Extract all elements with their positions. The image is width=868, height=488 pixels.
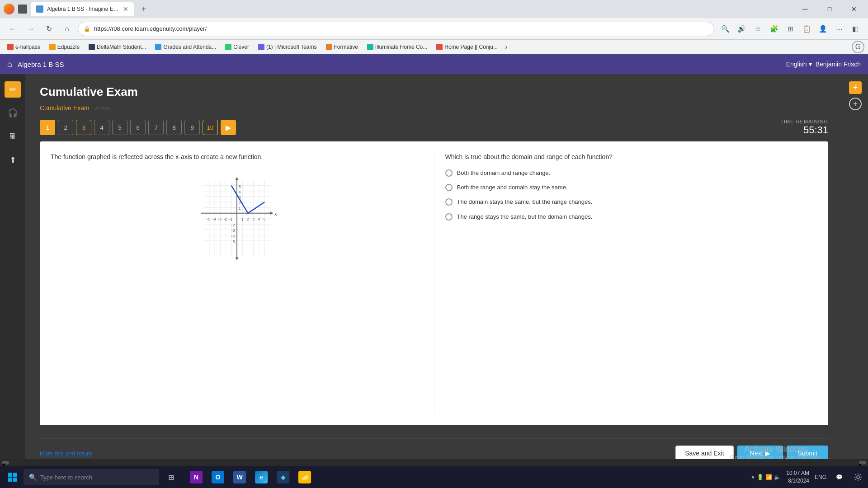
minimize-button[interactable]: ─ xyxy=(795,2,816,16)
extensions-icon[interactable]: 🧩 xyxy=(767,22,781,36)
svg-text:-5: -5 xyxy=(207,217,211,221)
svg-text:1: 1 xyxy=(241,217,244,221)
address-bar[interactable]: 🔒 https://r08.core.learn.edgenuity.com/p… xyxy=(78,22,714,36)
calculator-icon[interactable]: 🖩 xyxy=(5,128,21,145)
question-btn-10[interactable]: 10 xyxy=(203,120,218,135)
taskbar-search[interactable]: 🔍 Type here to search xyxy=(24,469,159,485)
favorites-icon[interactable]: ☆ xyxy=(750,22,765,36)
refresh-button[interactable]: ↻ xyxy=(42,22,56,36)
plus-orange-button[interactable]: + xyxy=(849,81,862,94)
svg-text:-3: -3 xyxy=(231,228,235,233)
scroll-left-btn[interactable]: ◂ xyxy=(2,461,9,465)
split-screen-icon[interactable]: ⊞ xyxy=(783,22,797,36)
option-d[interactable]: The range stays the same, but the domain… xyxy=(445,213,818,221)
question-btn-6[interactable]: 6 xyxy=(130,120,146,135)
activate-windows-watermark: Activate Windows Go to Settings to activ… xyxy=(730,445,823,461)
option-c-label: The domain stays the same, but the range… xyxy=(457,198,593,206)
next-question-arrow[interactable]: ▶ xyxy=(221,120,236,135)
question-btn-3[interactable]: 3 xyxy=(76,120,91,135)
chevron-icon[interactable]: ∧ xyxy=(751,474,755,480)
pencil-icon[interactable]: ✏ xyxy=(5,81,21,98)
bookmark-icon xyxy=(49,44,56,50)
profile-icon[interactable]: 👤 xyxy=(816,22,830,36)
taskbar-word[interactable]: W xyxy=(230,467,250,487)
headphone-icon[interactable]: 🎧 xyxy=(5,105,21,121)
bookmark-clever[interactable]: Clever xyxy=(222,43,253,51)
left-sidebar: ✏ 🎧 🖩 ⬆ xyxy=(0,74,25,472)
save-exit-button[interactable]: Save and Exit xyxy=(675,446,733,461)
settings-icon[interactable] xyxy=(852,471,864,483)
start-button[interactable] xyxy=(4,468,22,486)
bookmark-formative[interactable]: Formative xyxy=(322,43,362,51)
forward-button[interactable]: → xyxy=(24,22,38,36)
option-b[interactable]: Both the range and domain stay the same. xyxy=(445,183,818,192)
question-btn-2[interactable]: 2 xyxy=(58,120,73,135)
search-icon[interactable]: 🔍 xyxy=(718,22,732,36)
task-view-button[interactable]: ⊞ xyxy=(161,467,181,487)
tab-close-button[interactable]: ✕ xyxy=(123,5,128,13)
option-c[interactable]: The domain stays the same, but the range… xyxy=(445,198,818,206)
horizontal-scrollbar[interactable]: ◂ ▸ xyxy=(0,459,868,466)
bookmark-edpuzzle[interactable]: Edpuzzle xyxy=(46,43,83,51)
taskbar-onenote[interactable]: N xyxy=(186,467,206,487)
lock-icon: 🔒 xyxy=(84,26,90,32)
bookmark-ehallpass[interactable]: e-hallpass xyxy=(4,43,44,51)
svg-rect-47 xyxy=(8,473,12,477)
option-a[interactable]: Both the domain and range change. xyxy=(445,169,818,177)
app-header: ⌂ Algebra 1 B SS English ▾ Benjamin Fris… xyxy=(0,54,868,74)
radio-d[interactable] xyxy=(445,213,453,221)
bookmark-icon xyxy=(258,44,264,50)
back-button[interactable]: ← xyxy=(5,22,20,36)
question-left: The function graphed is reflected across… xyxy=(51,152,423,414)
language-indicator: ENG xyxy=(815,474,826,480)
read-aloud-icon[interactable]: 🔊 xyxy=(734,22,749,36)
svg-text:1: 1 xyxy=(238,206,241,211)
taskbar-outlook[interactable]: O xyxy=(208,467,228,487)
battery-icon[interactable]: 🔋 xyxy=(757,474,764,480)
maximize-button[interactable]: □ xyxy=(819,2,840,16)
menu-icon[interactable]: ⋯ xyxy=(832,22,846,36)
bookmark-grades[interactable]: Grades and Attenda... xyxy=(151,43,220,51)
volume-icon[interactable]: 🔈 xyxy=(774,474,781,480)
bookmark-deltamath[interactable]: DeltaMath Student... xyxy=(85,43,150,51)
notification-button[interactable]: 💬 xyxy=(832,470,846,484)
taskbar-edge[interactable]: e xyxy=(251,467,271,487)
radio-c[interactable] xyxy=(445,198,453,206)
collections-icon[interactable]: 📋 xyxy=(799,22,814,36)
bookmark-illuminate[interactable]: Illuminate Home Co... xyxy=(363,43,431,51)
chevron-down-icon: ▾ xyxy=(809,61,812,68)
copilot-button[interactable]: G xyxy=(852,41,864,53)
url-text: https://r08.core.learn.edgenuity.com/pla… xyxy=(94,25,207,32)
clock-date: 8/1/2024 xyxy=(786,477,809,485)
taskbar-unknown1[interactable]: ◆ xyxy=(273,467,293,487)
question-btn-9[interactable]: 9 xyxy=(184,120,200,135)
question-btn-8[interactable]: 8 xyxy=(166,120,182,135)
network-icon[interactable]: 📶 xyxy=(765,474,772,480)
radio-a[interactable] xyxy=(445,169,453,177)
plus-outline-button[interactable]: + xyxy=(849,98,862,110)
language-selector[interactable]: English ▾ xyxy=(786,61,812,68)
taskbar-apps: N O W e ◆ 📁 xyxy=(186,467,315,487)
question-divider xyxy=(434,152,434,414)
question-btn-4[interactable]: 4 xyxy=(94,120,109,135)
question-btn-1[interactable]: 1 xyxy=(40,120,55,135)
upload-icon[interactable]: ⬆ xyxy=(5,152,21,168)
scroll-right-btn[interactable]: ▸ xyxy=(859,461,866,465)
home-button[interactable]: ⌂ xyxy=(60,22,74,36)
question-btn-7[interactable]: 7 xyxy=(148,120,164,135)
bookmarks-more-button[interactable]: › xyxy=(505,43,507,51)
close-button[interactable]: ✕ xyxy=(844,2,864,16)
bookmark-homepage[interactable]: Home Page || Conju... xyxy=(433,43,501,51)
bookmark-teams[interactable]: (1) | Microsoft Teams xyxy=(255,43,321,51)
content-panel: Cumulative Exam Cumulative Exam Active 1… xyxy=(25,74,843,472)
taskbar-fileexplorer[interactable]: 📁 xyxy=(295,467,315,487)
radio-b[interactable] xyxy=(445,184,453,191)
home-icon[interactable]: ⌂ xyxy=(7,60,12,69)
taskbar-clock[interactable]: 10:07 AM 8/1/2024 xyxy=(786,469,809,485)
right-panel: + + xyxy=(843,74,868,472)
active-tab[interactable]: Algebra 1 B SS - Imagine Edgenu... ✕ xyxy=(31,2,134,16)
sidebar-toggle-icon[interactable]: ◧ xyxy=(848,22,863,36)
question-btn-5[interactable]: 5 xyxy=(112,120,127,135)
mark-return-link[interactable]: Mark this and return xyxy=(40,450,92,457)
new-tab-button[interactable]: + xyxy=(137,3,150,15)
